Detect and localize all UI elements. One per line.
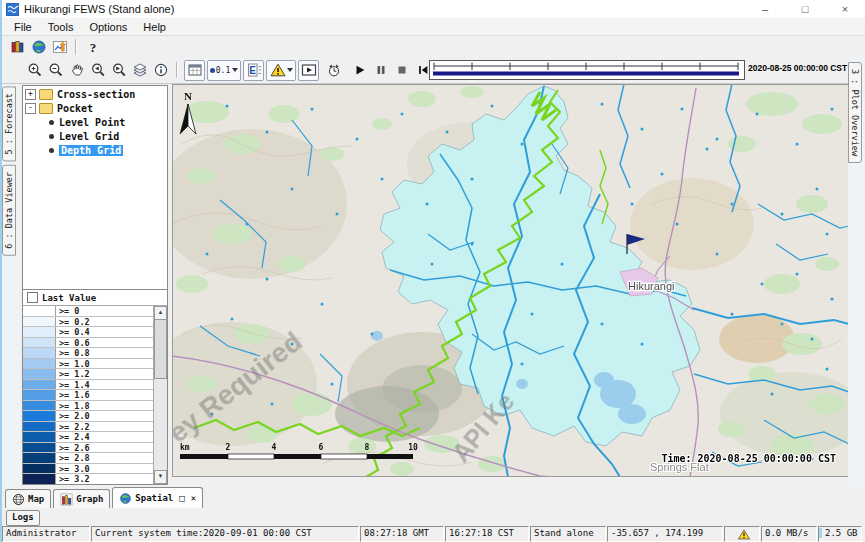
tree-item-level-grid[interactable]: Level Grid	[23, 130, 167, 142]
database-display-button[interactable]	[8, 37, 27, 56]
last-value-checkbox[interactable]	[27, 292, 38, 303]
play-icon	[353, 63, 367, 77]
scroll-up-button[interactable]: ▲	[154, 306, 167, 320]
dot-icon	[210, 68, 215, 73]
layer-tree: + Cross-section - Pocket Level Point Lev…	[22, 85, 168, 290]
time-slider-bar[interactable]	[433, 72, 739, 76]
map-canvas[interactable]: ey Required API Ke Hikurangi Springs Fla…	[172, 84, 849, 487]
minimize-button[interactable]: –	[745, 3, 785, 15]
layers-icon	[132, 62, 148, 78]
layers-button[interactable]	[130, 61, 149, 80]
legend-label: >= 1.2	[56, 369, 90, 379]
right-tab-strip: 3 : Plot Overview	[848, 58, 865, 487]
tree-item-label-selected: Depth Grid	[59, 145, 123, 156]
map-time-label: Time: 2020-08-25 00:00:00 CST	[661, 453, 836, 464]
tab-close-icon[interactable]: ✕	[191, 493, 196, 503]
zoom-in-button[interactable]	[25, 61, 44, 80]
legend-row: >= 0.8	[23, 348, 154, 359]
legend-row: >= 2.8	[23, 453, 154, 464]
legend-swatch	[23, 327, 56, 337]
legend-row: >= 2.0	[23, 411, 154, 422]
wireframe-globe-icon	[12, 493, 25, 506]
movie-play-box-icon	[301, 62, 317, 78]
pause-button[interactable]	[371, 61, 390, 80]
thresholds-dropdown[interactable]	[266, 60, 296, 81]
stop-button[interactable]	[392, 61, 411, 80]
app-logo-icon	[6, 3, 19, 16]
contour-scale-dropdown[interactable]: 0.1	[207, 60, 241, 81]
zoom-previous-button[interactable]	[88, 61, 107, 80]
legend-label: >= 0.6	[56, 338, 90, 348]
expander-icon[interactable]: -	[25, 103, 36, 114]
legend-swatch	[23, 401, 56, 411]
legend-row: >= 0.6	[23, 338, 154, 349]
help-button[interactable]: ?	[83, 37, 102, 56]
tree-item-level-point[interactable]: Level Point	[23, 116, 167, 128]
zoom-in-icon	[27, 62, 43, 78]
play-button[interactable]	[350, 61, 369, 80]
main-area: 5 : Forecast 6 : Data Viewer + Cross-sec…	[2, 84, 865, 487]
svg-text:4: 4	[272, 443, 277, 452]
tab-plot-overview[interactable]: 3 : Plot Overview	[848, 62, 862, 163]
movie-export-button[interactable]	[298, 60, 319, 81]
logs-button[interactable]: Logs	[6, 510, 40, 526]
scrollbar-thumb[interactable]	[154, 319, 167, 379]
legend-label: >= 0	[56, 306, 79, 316]
tree-item-cross-section[interactable]: + Cross-section	[23, 88, 167, 100]
town-label: Hikurangi	[628, 280, 674, 292]
status-warning[interactable]	[724, 526, 760, 542]
menu-tools[interactable]: Tools	[40, 20, 82, 34]
skip-to-start-icon	[416, 63, 430, 77]
toolbar-separator	[75, 39, 77, 55]
bullet-icon	[49, 148, 54, 153]
letter-e-icon: E	[249, 65, 256, 76]
legend-panel: Last Value >= 0>= 0.2>= 0.4>= 0.6>= 0.8>…	[22, 289, 168, 485]
time-slider[interactable]	[429, 60, 745, 80]
tree-item-pocket[interactable]: - Pocket	[23, 102, 167, 114]
spatial-display-button[interactable]	[29, 37, 48, 56]
label-toggle-button[interactable]: E	[243, 60, 264, 81]
pan-button[interactable]	[67, 61, 86, 80]
toolbar-separator	[176, 62, 178, 78]
tab-map-label: Map	[28, 494, 44, 504]
tab-maximize-icon[interactable]: □	[179, 493, 184, 503]
info-button[interactable]	[151, 61, 170, 80]
chart-arrow-icon	[52, 39, 68, 55]
legend-row: >= 1.6	[23, 390, 154, 401]
svg-text:N: N	[184, 90, 192, 102]
legend-label: >= 0.2	[56, 317, 90, 327]
menu-options[interactable]: Options	[81, 20, 135, 34]
blue-globe-icon	[119, 492, 132, 505]
close-button[interactable]: ×	[825, 3, 865, 15]
legend-row: >= 2.6	[23, 443, 154, 454]
status-gmt-time: 08:27:18 GMT	[360, 526, 444, 542]
tab-spatial[interactable]: Spatial □ ✕	[112, 487, 203, 508]
tab-forecast[interactable]: 5 : Forecast	[2, 86, 16, 161]
zoom-history-forward-icon	[111, 62, 127, 78]
svg-text:6: 6	[319, 443, 324, 452]
tree-item-depth-grid[interactable]: Depth Grid	[23, 144, 167, 156]
legend-swatch	[23, 317, 56, 327]
grid-display-button[interactable]	[184, 60, 205, 81]
tab-graph[interactable]: Graph	[53, 489, 110, 508]
maximize-button[interactable]: □	[785, 3, 825, 15]
scroll-down-button[interactable]: ▼	[154, 470, 167, 484]
tab-map[interactable]: Map	[5, 489, 51, 508]
timeseries-display-button[interactable]	[50, 37, 69, 56]
legend-label: >= 3.2	[56, 474, 90, 484]
application-window: Hikurangi FEWS (Stand alone) – □ × File …	[0, 0, 865, 542]
zoom-next-button[interactable]	[109, 61, 128, 80]
zoom-out-button[interactable]	[46, 61, 65, 80]
legend-row: >= 0.4	[23, 327, 154, 338]
logs-row: Logs	[2, 509, 865, 526]
tab-data-viewer[interactable]: 6 : Data Viewer	[2, 165, 16, 256]
expander-icon[interactable]: +	[25, 89, 36, 100]
tree-item-label: Level Point	[59, 117, 125, 128]
legend-scrollbar[interactable]: ▲ ▼	[153, 306, 167, 484]
zoom-out-icon	[48, 62, 64, 78]
info-icon	[153, 62, 169, 78]
status-user: Administrator	[2, 526, 90, 542]
menu-help[interactable]: Help	[135, 20, 174, 34]
animation-settings-button[interactable]	[324, 61, 343, 80]
menu-file[interactable]: File	[6, 20, 40, 34]
